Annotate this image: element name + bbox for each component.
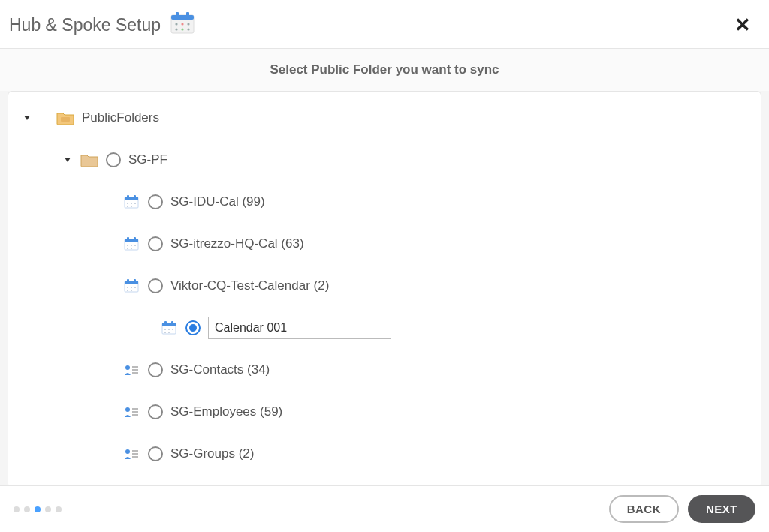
- close-icon[interactable]: ✕: [731, 14, 754, 37]
- svg-point-18: [131, 203, 132, 204]
- calendar-dots-icon: [170, 12, 195, 38]
- svg-point-28: [134, 245, 136, 246]
- svg-rect-15: [127, 195, 129, 199]
- svg-point-44: [164, 329, 166, 330]
- svg-rect-16: [134, 195, 136, 199]
- svg-point-21: [131, 206, 132, 207]
- svg-point-17: [127, 203, 128, 204]
- svg-point-6: [187, 23, 189, 25]
- radio-item[interactable]: [148, 404, 163, 419]
- svg-point-19: [134, 203, 136, 204]
- svg-point-37: [134, 287, 136, 288]
- tree-item-row[interactable]: SG-Employees (59): [19, 401, 750, 423]
- svg-point-35: [127, 287, 128, 288]
- svg-point-39: [131, 290, 132, 291]
- tree-item-row[interactable]: SG-itrezzo-HQ-Cal (63): [19, 233, 750, 255]
- tree-item-row[interactable]: Viktor-CQ-Test-Calendar (2): [19, 275, 750, 297]
- radio-item[interactable]: [148, 362, 163, 377]
- calendar-icon: [161, 321, 178, 335]
- progress-dots: [14, 506, 62, 512]
- tree-item-label: Viktor-CQ-Test-Calendar (2): [170, 278, 329, 293]
- svg-marker-10: [24, 116, 30, 120]
- caret-down-icon[interactable]: [62, 156, 73, 164]
- progress-dot: [24, 506, 30, 512]
- tree-item-row[interactable]: SG-IDU-Cal (99): [19, 191, 750, 213]
- svg-point-57: [125, 449, 130, 454]
- tree-folder-row[interactable]: SG-PF: [19, 149, 750, 171]
- folder-icon: [80, 153, 98, 167]
- tree-root-row[interactable]: PublicFolders: [19, 107, 750, 129]
- progress-dot: [56, 506, 62, 512]
- calendar-icon: [124, 237, 140, 251]
- svg-point-46: [172, 329, 173, 330]
- progress-dot: [14, 506, 20, 512]
- contacts-icon: [124, 405, 140, 419]
- svg-rect-42: [164, 321, 167, 325]
- svg-point-4: [175, 23, 177, 25]
- calendar-icon: [124, 195, 140, 209]
- progress-dot-active: [35, 506, 41, 512]
- folder-tree-panel: PublicFolders SG-PF SG-IDU-Cal (99) SG-i…: [8, 91, 761, 488]
- svg-rect-24: [127, 237, 129, 241]
- next-button[interactable]: NEXT: [688, 495, 755, 523]
- new-folder-name-input[interactable]: [208, 317, 391, 339]
- tree-item-label: SG-Groups (2): [170, 446, 254, 461]
- svg-point-38: [127, 290, 128, 291]
- back-button[interactable]: BACK: [609, 495, 679, 523]
- contacts-icon: [124, 447, 140, 461]
- svg-point-5: [181, 23, 183, 25]
- wizard-header: Hub & Spoke Setup ✕: [0, 0, 769, 49]
- contacts-icon: [124, 363, 140, 377]
- svg-rect-43: [171, 321, 173, 325]
- svg-point-49: [125, 365, 130, 370]
- svg-point-8: [181, 28, 183, 30]
- tree-item-row[interactable]: SG-Contacts (34): [19, 359, 750, 381]
- progress-dot: [45, 506, 51, 512]
- tree-item-label: SG-itrezzo-HQ-Cal (63): [170, 236, 304, 251]
- wizard-footer: BACK NEXT: [0, 485, 769, 532]
- svg-rect-33: [127, 279, 129, 283]
- radio-item-selected[interactable]: [185, 320, 201, 335]
- svg-point-36: [131, 287, 132, 288]
- svg-point-47: [164, 332, 166, 333]
- svg-point-30: [131, 248, 132, 249]
- svg-point-7: [175, 28, 177, 30]
- svg-rect-1: [171, 15, 194, 20]
- radio-item[interactable]: [148, 194, 163, 209]
- tree-item-label: SG-IDU-Cal (99): [170, 194, 265, 209]
- calendar-icon: [124, 279, 140, 293]
- svg-rect-32: [125, 281, 138, 284]
- svg-point-26: [127, 245, 128, 246]
- svg-rect-25: [134, 237, 136, 241]
- tree-selected-row[interactable]: [19, 317, 750, 339]
- svg-rect-41: [162, 323, 176, 326]
- radio-sg-pf[interactable]: [106, 152, 121, 167]
- wizard-subtitle: Select Public Folder you want to sync: [0, 49, 769, 91]
- tree-folder-label: SG-PF: [128, 152, 167, 167]
- page-title: Hub & Spoke Setup: [9, 15, 161, 35]
- svg-point-45: [168, 329, 170, 330]
- radio-item[interactable]: [148, 236, 163, 251]
- svg-rect-11: [61, 117, 70, 122]
- svg-point-29: [127, 248, 128, 249]
- tree-item-label: SG-Contacts (34): [170, 362, 270, 377]
- caret-down-icon[interactable]: [22, 114, 32, 122]
- tree-item-label: SG-Employees (59): [170, 404, 282, 419]
- svg-point-53: [125, 407, 130, 412]
- svg-rect-23: [125, 239, 138, 242]
- radio-item[interactable]: [148, 278, 163, 293]
- folder-users-icon: [56, 111, 74, 125]
- radio-item[interactable]: [148, 446, 163, 461]
- svg-point-48: [168, 332, 170, 333]
- svg-rect-3: [186, 12, 189, 18]
- svg-rect-14: [125, 197, 138, 200]
- tree-root-label: PublicFolders: [82, 110, 159, 125]
- svg-point-27: [131, 245, 132, 246]
- tree-item-row[interactable]: SG-Groups (2): [19, 443, 750, 465]
- svg-point-9: [187, 28, 189, 30]
- svg-rect-2: [176, 12, 179, 18]
- svg-point-20: [127, 206, 128, 207]
- svg-rect-34: [134, 279, 136, 283]
- svg-marker-12: [65, 158, 71, 162]
